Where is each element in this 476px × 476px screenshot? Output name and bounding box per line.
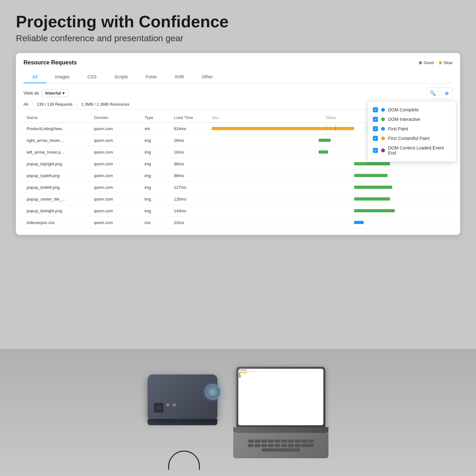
cell-loadtime: 143ms xyxy=(171,205,208,217)
cell-type: css xyxy=(141,217,171,228)
page-subtitle: Reliable conference and presentation gea… xyxy=(16,33,460,43)
tab-xhr[interactable]: XHR xyxy=(166,71,193,83)
cell-name: ProductListingView... xyxy=(23,123,91,135)
legend: Good Slow xyxy=(419,60,453,65)
cell-type: xhr xyxy=(141,123,171,135)
key xyxy=(288,444,294,447)
cell-name: popup_botleft.png xyxy=(23,182,91,193)
table-row[interactable]: popup_center_tile_... quinn.com img 120m… xyxy=(23,193,453,205)
cell-domain: quinn.com xyxy=(91,205,141,217)
cell-name: popup_topleft.png xyxy=(23,170,91,182)
popup-first-contentful-paint: First Contentful Paint xyxy=(373,134,451,143)
cell-loadtime: 16ms xyxy=(171,146,208,158)
projector xyxy=(148,374,217,451)
page-title: Projecting with Confidence xyxy=(16,13,460,31)
cell-domain: quinn.com xyxy=(91,123,141,135)
key xyxy=(268,440,274,443)
popup-checkbox-first-contentful[interactable] xyxy=(373,136,378,141)
controls-row: View as Waterfall ▾ 🔍 ◈ xyxy=(23,87,453,99)
cell-domain: quinn.com xyxy=(91,158,141,170)
table-row[interactable]: popup_botright.png quinn.com img 143ms xyxy=(23,205,453,217)
table-row[interactable]: indexasync.css quinn.com css 22ms xyxy=(23,217,453,228)
key xyxy=(281,444,287,447)
requests-count: 139 / 139 Requests xyxy=(37,102,73,107)
popup-dom-complete: DOM Complete xyxy=(373,105,451,115)
cell-domain: quinn.com xyxy=(91,182,141,193)
cell-loadtime: 89ms xyxy=(171,170,208,182)
cell-domain: quinn.com xyxy=(91,193,141,205)
cell-waterfall xyxy=(208,170,453,182)
cell-type: img xyxy=(141,158,171,170)
popup-checkbox-first-paint[interactable] xyxy=(373,126,378,131)
key xyxy=(294,444,300,447)
key xyxy=(288,440,294,443)
filter-button[interactable]: ◈ xyxy=(441,87,453,99)
projector-details xyxy=(154,403,176,413)
table-row[interactable]: popup_topleft.png quinn.com img 89ms xyxy=(23,170,453,182)
resources-size: 1.3MB / 1.3MB Resources xyxy=(81,102,129,107)
popup-dot-first-contentful xyxy=(381,136,385,140)
popup-dot-dom-interactive xyxy=(381,117,385,121)
key xyxy=(301,440,307,443)
col-header-loadtime: Load Time xyxy=(171,113,208,123)
tab-all[interactable]: All xyxy=(23,71,46,83)
key xyxy=(308,440,314,443)
search-icon: 🔍 xyxy=(430,90,436,96)
col-header-name: Name xyxy=(23,113,91,123)
key xyxy=(248,440,254,443)
bottom-section: Resource Requests All ImagesCSSScriptsFo… xyxy=(0,349,476,476)
all-label: All xyxy=(23,102,28,107)
tab-fonts[interactable]: Fonts xyxy=(137,71,166,83)
keyboard-row-2 xyxy=(248,444,314,447)
projector-cable-area xyxy=(148,425,217,451)
key xyxy=(275,440,281,443)
projector-knob-2 xyxy=(172,403,176,407)
cell-type: img xyxy=(141,146,171,158)
card-title-row: Resource Requests Good Slow xyxy=(23,59,453,66)
key xyxy=(274,444,280,447)
projector-vent xyxy=(154,403,163,413)
popup-label-first-paint: First Paint xyxy=(388,126,408,131)
popup-checkbox-dom-content-loaded[interactable] xyxy=(373,148,378,153)
card-title: Resource Requests xyxy=(23,59,77,66)
cell-loadtime: 614ms xyxy=(171,123,208,135)
cell-name: popup_botright.png xyxy=(23,205,91,217)
tab-other[interactable]: Other xyxy=(193,71,222,83)
page-header: Projecting with Confidence Reliable conf… xyxy=(0,0,476,50)
cell-name: left_arrow_hover.p... xyxy=(23,146,91,158)
laptop: Resource Requests All ImagesCSSScriptsFo… xyxy=(236,367,328,458)
tab-css[interactable]: CSS xyxy=(78,71,105,83)
legend-slow-dot xyxy=(439,61,442,64)
legend-good-dot xyxy=(419,61,422,64)
cell-waterfall xyxy=(208,193,453,205)
dropdown-label: Waterfall xyxy=(45,91,61,96)
projector-knob-1 xyxy=(166,403,170,407)
popup-checkbox-dom-interactive[interactable] xyxy=(373,117,378,122)
popup-label-dom-complete: DOM Complete xyxy=(388,107,419,112)
projector-lens xyxy=(205,384,221,400)
cell-domain: quinn.com xyxy=(91,146,141,158)
key-spacebar xyxy=(262,448,300,452)
cell-type: img xyxy=(141,205,171,217)
cell-type: img xyxy=(141,170,171,182)
key xyxy=(295,440,301,443)
search-button[interactable]: 🔍 xyxy=(427,87,439,99)
cell-loadtime: 120ms xyxy=(171,193,208,205)
tabs-row: All Images CSS Scripts Fonts XHR Other xyxy=(23,71,453,83)
legend-slow-label: Slow xyxy=(444,60,453,65)
popup-label-first-contentful: First Contentful Paint xyxy=(388,136,430,141)
popup-dot-dom-content-loaded xyxy=(381,149,385,152)
legend-slow: Slow xyxy=(439,60,453,65)
table-row[interactable]: popup_botleft.png quinn.com img 127ms xyxy=(23,182,453,193)
popup-checkbox-dom-complete[interactable] xyxy=(373,107,378,112)
cell-domain: quinn.com xyxy=(91,217,141,228)
tab-images[interactable]: Images xyxy=(46,71,79,83)
tab-scripts[interactable]: Scripts xyxy=(105,71,137,83)
cell-name: popup_topright.png xyxy=(23,158,91,170)
col-header-domain: Domain xyxy=(91,113,141,123)
laptop-screen-outer: Resource Requests All ImagesCSSScriptsFo… xyxy=(236,367,325,427)
cell-waterfall xyxy=(208,217,453,228)
laptop-base xyxy=(233,427,328,433)
waterfall-dropdown[interactable]: Waterfall ▾ xyxy=(42,89,68,97)
popup-dot-first-paint xyxy=(381,127,385,131)
